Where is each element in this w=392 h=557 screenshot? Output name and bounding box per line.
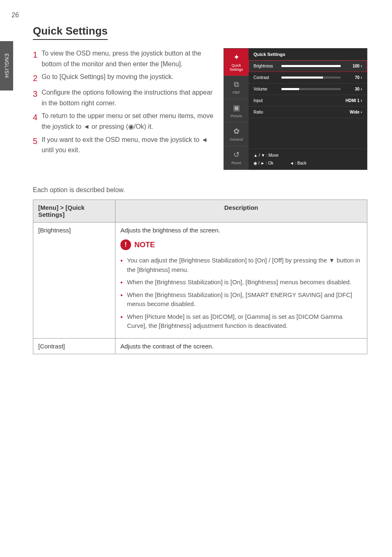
general-icon: ✿ bbox=[226, 127, 247, 136]
osd-row-volume[interactable]: Volume 30 › bbox=[249, 84, 367, 95]
sidebar-label: Reset bbox=[231, 161, 241, 165]
osd-row-brightness[interactable]: Brightness 100 › bbox=[249, 60, 367, 72]
language-tab: ENGLISH bbox=[0, 41, 13, 91]
step-item: 5 If you want to exit the OSD menu, move… bbox=[33, 135, 215, 155]
sidebar-label: Picture bbox=[231, 114, 242, 118]
note-icon: ! bbox=[120, 239, 131, 250]
osd-panel: ✦ Quick Settings ⧉ PBP ▣ Picture ✿ Gener… bbox=[224, 48, 367, 170]
osd-row-value: 100 › bbox=[344, 64, 362, 68]
step-item: 2 Go to [Quick Settings] by moving the j… bbox=[33, 72, 215, 85]
step-text: If you want to exit the OSD menu, move t… bbox=[42, 135, 215, 155]
step-number: 5 bbox=[33, 135, 37, 155]
table-cell-desc: Adjusts the brightness of the screen. ! … bbox=[115, 223, 367, 339]
table-row: [Brightness] Adjusts the brightness of t… bbox=[33, 223, 367, 339]
sidebar-label: Quick Settings bbox=[230, 63, 243, 72]
step-number: 3 bbox=[33, 87, 37, 108]
osd-row-contrast[interactable]: Contrast 70 › bbox=[249, 72, 367, 84]
step-item: 4 To return to the upper menu or set oth… bbox=[33, 111, 215, 132]
osd-row-value: HDMI 1 › bbox=[344, 98, 362, 103]
step-item: 1 To view the OSD menu, press the joysti… bbox=[33, 48, 215, 69]
step-number: 1 bbox=[33, 48, 37, 69]
table-row: [Contrast] Adjusts the contrast of the s… bbox=[33, 338, 367, 354]
osd-row-label: Brightness bbox=[254, 64, 278, 68]
slider-fill bbox=[281, 65, 341, 67]
note-bullets: You can adjust the [Brightness Stabiliza… bbox=[120, 256, 362, 331]
bullet-item: When [Picture Mode] is set as [DICOM], o… bbox=[120, 312, 362, 331]
table-cell-name: [Contrast] bbox=[33, 338, 115, 354]
sidebar-item-quick-settings[interactable]: ✦ Quick Settings bbox=[224, 49, 249, 76]
quick-settings-icon: ✦ bbox=[226, 53, 247, 62]
sidebar-item-general[interactable]: ✿ General bbox=[224, 123, 249, 146]
bullet-item: You can adjust the [Brightness Stabiliza… bbox=[120, 256, 362, 274]
osd-sidebar: ✦ Quick Settings ⧉ PBP ▣ Picture ✿ Gener… bbox=[224, 49, 249, 169]
table-intro: Each option is described below. bbox=[33, 186, 367, 194]
table-cell-name: [Brightness] bbox=[33, 223, 115, 339]
bullet-item: When the [Brightness Stabilization] is [… bbox=[120, 290, 362, 309]
osd-header: Quick Settings bbox=[249, 49, 367, 60]
osd-row-label: Input bbox=[254, 98, 278, 103]
bullet-item: When the [Brightness Stabilization] is [… bbox=[120, 278, 362, 287]
note-heading: ! NOTE bbox=[120, 239, 155, 250]
slider-track bbox=[281, 77, 341, 79]
step-number: 4 bbox=[33, 111, 37, 132]
footer-ok-hint: ◉ / ► : Ok bbox=[254, 161, 273, 165]
picture-icon: ▣ bbox=[226, 103, 247, 112]
step-text: To return to the upper menu or set other… bbox=[42, 111, 215, 132]
slider-fill bbox=[281, 88, 299, 90]
step-text: To view the OSD menu, press the joystick… bbox=[42, 48, 215, 69]
description-table: [Menu] > [Quick Settings] Description [B… bbox=[33, 200, 367, 354]
pbp-icon: ⧉ bbox=[226, 80, 247, 89]
osd-row-value: 70 › bbox=[344, 75, 362, 80]
slider-fill bbox=[281, 77, 323, 79]
sidebar-item-picture[interactable]: ▣ Picture bbox=[224, 99, 249, 123]
table-header-description: Description bbox=[115, 200, 367, 223]
osd-main: Quick Settings Brightness 100 › Contrast… bbox=[249, 49, 367, 169]
table-header-menu: [Menu] > [Quick Settings] bbox=[33, 200, 115, 223]
reset-icon: ↺ bbox=[226, 150, 247, 159]
note-block: ! NOTE You can adjust the [Brightness St… bbox=[120, 239, 362, 331]
note-label-text: NOTE bbox=[134, 241, 155, 249]
sidebar-label: General bbox=[230, 137, 243, 142]
slider-track bbox=[281, 88, 341, 90]
sidebar-item-pbp[interactable]: ⧉ PBP bbox=[224, 76, 249, 99]
osd-row-label: Contrast bbox=[254, 75, 278, 80]
step-text: Configure the options following the inst… bbox=[42, 87, 215, 108]
osd-row-ratio[interactable]: Ratio Wide › bbox=[249, 107, 367, 118]
osd-row-label: Ratio bbox=[254, 110, 278, 114]
osd-footer: ▲ / ▼ : Move ◉ / ► : Ok ◄ : Back bbox=[249, 149, 367, 169]
sidebar-item-reset[interactable]: ↺ Reset bbox=[224, 146, 249, 169]
page-number: 26 bbox=[12, 12, 19, 19]
step-number: 2 bbox=[33, 72, 37, 85]
step-text: Go to [Quick Settings] by moving the joy… bbox=[42, 72, 173, 85]
slider-track bbox=[281, 65, 341, 67]
table-cell-desc: Adjusts the contrast of the screen. bbox=[115, 338, 367, 354]
osd-row-value: 30 › bbox=[344, 87, 362, 91]
footer-back-hint: ◄ : Back bbox=[290, 161, 306, 165]
sidebar-label: PBP bbox=[233, 91, 240, 95]
section-title: Quick Settings bbox=[33, 25, 108, 40]
steps-list: 1 To view the OSD menu, press the joysti… bbox=[33, 48, 215, 158]
osd-row-value: Wide › bbox=[344, 110, 362, 114]
desc-intro: Adjusts the brightness of the screen. bbox=[120, 227, 362, 234]
osd-row-input[interactable]: Input HDMI 1 › bbox=[249, 95, 367, 107]
footer-move-hint: ▲ / ▼ : Move bbox=[254, 153, 279, 158]
step-item: 3 Configure the options following the in… bbox=[33, 87, 215, 108]
osd-row-label: Volume bbox=[254, 87, 278, 91]
